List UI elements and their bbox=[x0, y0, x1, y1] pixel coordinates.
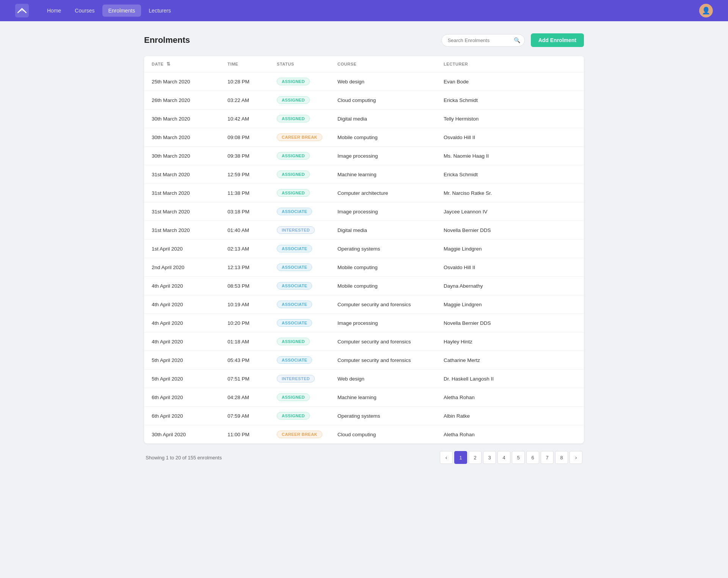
cell-time: 09:38 PM bbox=[220, 147, 269, 165]
cell-date: 31st March 2020 bbox=[144, 165, 220, 184]
table-row[interactable]: 6th April 2020 07:59 AM ASSIGNED Operati… bbox=[144, 407, 584, 425]
cell-status: CAREER BREAK bbox=[269, 425, 330, 444]
table-row[interactable]: 4th April 2020 01:18 AM ASSIGNED Compute… bbox=[144, 332, 584, 351]
showing-text: Showing 1 to 20 of 155 enrolments bbox=[146, 455, 222, 461]
cell-course: Computer architecture bbox=[330, 184, 436, 202]
pagination-bar: Showing 1 to 20 of 155 enrolments ‹ 1 2 … bbox=[144, 451, 584, 464]
page-3-button[interactable]: 3 bbox=[483, 451, 496, 464]
table-row[interactable]: 30th April 2020 11:00 PM CAREER BREAK Cl… bbox=[144, 425, 584, 444]
table-row[interactable]: 4th April 2020 08:53 PM ASSOCIATE Mobile… bbox=[144, 277, 584, 295]
table-row[interactable]: 31st March 2020 01:40 AM INTERESTED Digi… bbox=[144, 221, 584, 240]
cell-lecturer: Maggie Lindgren bbox=[436, 295, 584, 314]
cell-date: 4th April 2020 bbox=[144, 277, 220, 295]
nav-lecturers[interactable]: Lecturers bbox=[143, 5, 177, 17]
table-row[interactable]: 31st March 2020 12:59 PM ASSIGNED Machin… bbox=[144, 165, 584, 184]
cell-date: 6th April 2020 bbox=[144, 407, 220, 425]
table-row[interactable]: 30th March 2020 09:38 PM ASSIGNED Image … bbox=[144, 147, 584, 165]
cell-course: Machine learning bbox=[330, 388, 436, 407]
table-row[interactable]: 4th April 2020 10:19 AM ASSOCIATE Comput… bbox=[144, 295, 584, 314]
status-badge: ASSIGNED bbox=[277, 96, 310, 104]
table-row[interactable]: 5th April 2020 07:51 PM INTERESTED Web d… bbox=[144, 370, 584, 388]
table-row[interactable]: 31st March 2020 03:18 PM ASSOCIATE Image… bbox=[144, 202, 584, 221]
cell-date: 4th April 2020 bbox=[144, 314, 220, 332]
next-page-button[interactable]: › bbox=[570, 451, 582, 464]
status-badge: ASSIGNED bbox=[277, 412, 310, 420]
status-badge: ASSIGNED bbox=[277, 115, 310, 122]
cell-date: 30th April 2020 bbox=[144, 425, 220, 444]
page-8-button[interactable]: 8 bbox=[555, 451, 568, 464]
col-header-time: TIME bbox=[220, 56, 269, 72]
table-row[interactable]: 30th March 2020 10:42 AM ASSIGNED Digita… bbox=[144, 110, 584, 128]
nav-enrolments[interactable]: Enrolments bbox=[102, 5, 141, 17]
table-row[interactable]: 1st April 2020 02:13 AM ASSOCIATE Operat… bbox=[144, 240, 584, 258]
col-header-date[interactable]: DATE ⇅ bbox=[144, 56, 220, 72]
cell-course: Computer security and forensics bbox=[330, 351, 436, 370]
cell-date: 30th March 2020 bbox=[144, 110, 220, 128]
cell-lecturer: Aletha Rohan bbox=[436, 388, 584, 407]
status-badge: ASSOCIATE bbox=[277, 356, 312, 364]
status-badge: ASSOCIATE bbox=[277, 208, 312, 215]
cell-date: 1st April 2020 bbox=[144, 240, 220, 258]
cell-time: 07:51 PM bbox=[220, 370, 269, 388]
table-row[interactable]: 5th April 2020 05:43 PM ASSOCIATE Comput… bbox=[144, 351, 584, 370]
status-badge: INTERESTED bbox=[277, 226, 315, 234]
cell-lecturer: Osvaldo Hill II bbox=[436, 258, 584, 277]
cell-time: 10:19 AM bbox=[220, 295, 269, 314]
cell-course: Machine learning bbox=[330, 165, 436, 184]
page-7-button[interactable]: 7 bbox=[541, 451, 554, 464]
cell-status: ASSOCIATE bbox=[269, 258, 330, 277]
sort-icon: ⇅ bbox=[166, 61, 171, 67]
cell-date: 6th April 2020 bbox=[144, 388, 220, 407]
pagination: ‹ 1 2 3 4 5 6 7 8 › bbox=[440, 451, 582, 464]
cell-date: 5th April 2020 bbox=[144, 370, 220, 388]
page-4-button[interactable]: 4 bbox=[497, 451, 510, 464]
table-row[interactable]: 2nd April 2020 12:13 PM ASSOCIATE Mobile… bbox=[144, 258, 584, 277]
table-row[interactable]: 6th April 2020 04:28 AM ASSIGNED Machine… bbox=[144, 388, 584, 407]
cell-course: Web design bbox=[330, 72, 436, 91]
cell-status: ASSIGNED bbox=[269, 184, 330, 202]
add-enrolment-button[interactable]: Add Enrolment bbox=[531, 33, 584, 47]
table-row[interactable]: 26th March 2020 03:22 AM ASSIGNED Cloud … bbox=[144, 91, 584, 110]
page-1-button[interactable]: 1 bbox=[454, 451, 467, 464]
table-row[interactable]: 4th April 2020 10:20 PM ASSOCIATE Image … bbox=[144, 314, 584, 332]
cell-date: 30th March 2020 bbox=[144, 147, 220, 165]
avatar[interactable]: 👤 bbox=[699, 4, 713, 17]
prev-page-button[interactable]: ‹ bbox=[440, 451, 453, 464]
cell-time: 10:20 PM bbox=[220, 314, 269, 332]
cell-lecturer: Novella Bernier DDS bbox=[436, 314, 584, 332]
page-5-button[interactable]: 5 bbox=[512, 451, 525, 464]
page-2-button[interactable]: 2 bbox=[469, 451, 482, 464]
cell-time: 01:40 AM bbox=[220, 221, 269, 240]
col-header-course: COURSE bbox=[330, 56, 436, 72]
status-badge: ASSIGNED bbox=[277, 171, 310, 178]
cell-date: 4th April 2020 bbox=[144, 295, 220, 314]
cell-date: 26th March 2020 bbox=[144, 91, 220, 110]
cell-date: 30th March 2020 bbox=[144, 128, 220, 147]
main-content: Enrolments 🔍 Add Enrolment DATE ⇅ TIME S… bbox=[136, 21, 592, 476]
table-row[interactable]: 31st March 2020 11:38 PM ASSIGNED Comput… bbox=[144, 184, 584, 202]
cell-time: 10:42 AM bbox=[220, 110, 269, 128]
cell-course: Web design bbox=[330, 370, 436, 388]
nav-home[interactable]: Home bbox=[41, 5, 67, 17]
cell-lecturer: Mr. Narciso Ratke Sr. bbox=[436, 184, 584, 202]
search-input[interactable] bbox=[441, 34, 525, 47]
cell-time: 12:59 PM bbox=[220, 165, 269, 184]
table-row[interactable]: 25th March 2020 10:28 PM ASSIGNED Web de… bbox=[144, 72, 584, 91]
cell-time: 10:28 PM bbox=[220, 72, 269, 91]
page-6-button[interactable]: 6 bbox=[526, 451, 539, 464]
cell-lecturer: Osvaldo Hill II bbox=[436, 128, 584, 147]
table-row[interactable]: 30th March 2020 09:08 PM CAREER BREAK Mo… bbox=[144, 128, 584, 147]
cell-date: 25th March 2020 bbox=[144, 72, 220, 91]
cell-lecturer: Evan Bode bbox=[436, 72, 584, 91]
cell-time: 09:08 PM bbox=[220, 128, 269, 147]
nav-courses[interactable]: Courses bbox=[69, 5, 100, 17]
cell-date: 31st March 2020 bbox=[144, 184, 220, 202]
navbar: Home Courses Enrolments Lecturers 👤 bbox=[0, 0, 728, 21]
status-badge: CAREER BREAK bbox=[277, 133, 322, 141]
cell-time: 03:18 PM bbox=[220, 202, 269, 221]
cell-course: Operating systems bbox=[330, 407, 436, 425]
cell-status: ASSIGNED bbox=[269, 147, 330, 165]
cell-lecturer: Novella Bernier DDS bbox=[436, 221, 584, 240]
cell-lecturer: Ericka Schmidt bbox=[436, 165, 584, 184]
cell-lecturer: Ericka Schmidt bbox=[436, 91, 584, 110]
